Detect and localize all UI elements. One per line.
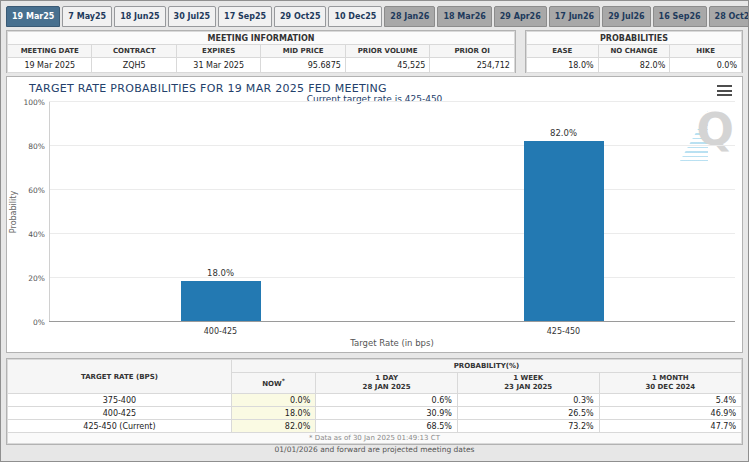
meeting-tab[interactable]: 17 Sep25 bbox=[218, 6, 272, 27]
one-day-cell: 68.5% bbox=[316, 420, 458, 433]
expires-value: 31 Mar 2025 bbox=[176, 58, 260, 73]
target-rate-bps-header: TARGET RATE (BPS) bbox=[8, 360, 232, 394]
probability-chart-panel: TARGET RATE PROBABILITIES FOR 19 MAR 202… bbox=[6, 76, 743, 353]
bar-value-label: 18.0% bbox=[207, 268, 234, 278]
gridline bbox=[49, 233, 735, 234]
meeting-tab[interactable]: 7 May25 bbox=[62, 6, 112, 27]
one-week-cell: 73.2% bbox=[457, 420, 599, 433]
meeting-tab[interactable]: 29 Oct25 bbox=[274, 6, 326, 27]
one-week-cell: 26.5% bbox=[457, 407, 599, 420]
projected-meetings-note: 01/01/2026 and forward are projected mee… bbox=[1, 445, 748, 454]
expires-header: EXPIRES bbox=[176, 45, 260, 58]
one-week-cell: 0.3% bbox=[457, 394, 599, 407]
one-week-column-header: 1 WEEK23 JAN 2025 bbox=[457, 373, 599, 394]
meeting-information-panel: MEETING INFORMATION MEETING DATE CONTRAC… bbox=[6, 30, 516, 73]
meeting-tab[interactable]: 18 Mar26 bbox=[437, 6, 491, 27]
meeting-date-value: 19 Mar 2025 bbox=[8, 58, 92, 73]
no-change-value: 82.0% bbox=[598, 58, 670, 73]
meeting-tab[interactable]: 29 Jul26 bbox=[602, 6, 650, 27]
x-axis-title: Target Rate (in bps) bbox=[49, 338, 735, 348]
x-category-label: 425-450 bbox=[547, 327, 580, 336]
bar-chart-plot-area: 0% 20% 40% 60% 80% 100% Probability 18.0… bbox=[49, 102, 735, 322]
one-month-cell: 5.4% bbox=[599, 394, 741, 407]
meeting-tab[interactable]: 28 Oct26 bbox=[709, 6, 749, 27]
meeting-tab-bar: 19 Mar25 7 May25 18 Jun25 30 Jul25 17 Se… bbox=[6, 6, 743, 27]
meeting-tab[interactable]: 19 Mar25 bbox=[6, 6, 60, 27]
ease-value: 18.0% bbox=[526, 58, 598, 73]
target-rate-cell: 425-450 (Current) bbox=[8, 420, 232, 433]
meeting-tab[interactable]: 29 Apr26 bbox=[494, 6, 547, 27]
probabilities-title: PROBABILITIES bbox=[526, 32, 741, 45]
contract-header: CONTRACT bbox=[92, 45, 176, 58]
prior-volume-value: 45,525 bbox=[345, 58, 429, 73]
now-cell: 82.0% bbox=[231, 420, 315, 433]
one-day-cell: 0.6% bbox=[316, 394, 458, 407]
y-axis-line bbox=[49, 102, 50, 322]
table-row: 400-425 18.0% 30.9% 26.5% 46.9% bbox=[8, 407, 742, 420]
meeting-tab[interactable]: 10 Dec25 bbox=[328, 6, 382, 27]
summary-row: MEETING INFORMATION MEETING DATE CONTRAC… bbox=[6, 30, 743, 73]
meeting-information-title: MEETING INFORMATION bbox=[8, 32, 515, 45]
meeting-tab[interactable]: 16 Sep26 bbox=[653, 6, 707, 27]
prior-oi-value: 254,712 bbox=[430, 58, 515, 73]
y-tick-label: 100% bbox=[24, 98, 45, 107]
probability-pct-header: PROBABILITY(%) bbox=[231, 360, 741, 373]
now-cell: 0.0% bbox=[231, 394, 315, 407]
y-tick-label: 60% bbox=[28, 186, 45, 195]
prior-volume-header: PRIOR VOLUME bbox=[345, 45, 429, 58]
bar-slot: 18.0% bbox=[181, 101, 261, 321]
hike-value: 0.0% bbox=[670, 58, 742, 73]
data-as-of-note: * Data as of 30 Jan 2025 01:49:13 CT bbox=[8, 433, 742, 444]
probability-bar-400-425[interactable] bbox=[181, 281, 261, 321]
y-tick-label: 80% bbox=[28, 142, 45, 151]
target-rate-cell: 400-425 bbox=[8, 407, 232, 420]
gridline bbox=[49, 277, 735, 278]
bar-value-label: 82.0% bbox=[550, 128, 577, 138]
hike-header: HIKE bbox=[670, 45, 742, 58]
fedwatch-tool: 19 Mar25 7 May25 18 Jun25 30 Jul25 17 Se… bbox=[0, 0, 749, 462]
y-tick-label: 20% bbox=[28, 274, 45, 283]
y-tick-label: 0% bbox=[33, 318, 45, 327]
probability-history-panel: TARGET RATE (BPS) PROBABILITY(%) NOW* 1 … bbox=[6, 358, 743, 445]
now-cell: 18.0% bbox=[231, 407, 315, 420]
probability-bar-425-450[interactable] bbox=[524, 141, 604, 321]
meeting-tab[interactable]: 17 Jun26 bbox=[549, 6, 600, 27]
one-day-cell: 30.9% bbox=[316, 407, 458, 420]
no-change-header: NO CHANGE bbox=[598, 45, 670, 58]
y-axis-title: Probability bbox=[9, 191, 18, 233]
one-day-column-header: 1 DAY28 JAN 2025 bbox=[316, 373, 458, 394]
bar-slot: 82.0% bbox=[524, 101, 604, 321]
gridline bbox=[49, 189, 735, 190]
mid-price-header: MID PRICE bbox=[261, 45, 345, 58]
y-tick-label: 40% bbox=[28, 230, 45, 239]
table-row: 425-450 (Current) 82.0% 68.5% 73.2% 47.7… bbox=[8, 420, 742, 433]
mid-price-value: 95.6875 bbox=[261, 58, 345, 73]
now-column-header: NOW* bbox=[231, 373, 315, 394]
data-as-of-row: * Data as of 30 Jan 2025 01:49:13 CT bbox=[8, 433, 742, 444]
x-axis-line bbox=[49, 321, 735, 322]
gridline bbox=[49, 145, 735, 146]
x-category-label: 400-425 bbox=[204, 327, 237, 336]
table-row: 375-400 0.0% 0.6% 0.3% 5.4% bbox=[8, 394, 742, 407]
target-rate-cell: 375-400 bbox=[8, 394, 232, 407]
meeting-tab[interactable]: 30 Jul25 bbox=[168, 6, 216, 27]
meeting-tab[interactable]: 28 Jan26 bbox=[384, 6, 435, 27]
contract-value: ZQH5 bbox=[92, 58, 176, 73]
gridline bbox=[49, 101, 735, 102]
probabilities-panel: PROBABILITIES EASE NO CHANGE HIKE 18.0% … bbox=[525, 30, 743, 73]
chart-menu-icon[interactable] bbox=[717, 85, 732, 96]
ease-header: EASE bbox=[526, 45, 598, 58]
one-month-cell: 47.7% bbox=[599, 420, 741, 433]
prior-oi-header: PRIOR OI bbox=[430, 45, 515, 58]
meeting-date-header: MEETING DATE bbox=[8, 45, 92, 58]
one-month-column-header: 1 MONTH30 DEC 2024 bbox=[599, 373, 741, 394]
one-month-cell: 46.9% bbox=[599, 407, 741, 420]
meeting-tab[interactable]: 18 Jun25 bbox=[114, 6, 165, 27]
